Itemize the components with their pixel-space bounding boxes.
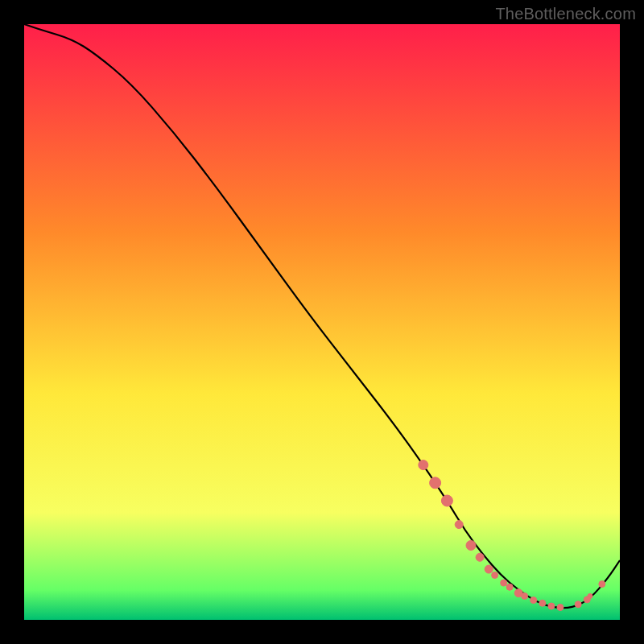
watermark-text: TheBottleneck.com xyxy=(495,5,636,23)
curve-marker xyxy=(522,592,528,599)
gradient-backdrop xyxy=(24,24,620,620)
curve-marker xyxy=(485,565,493,573)
curve-marker xyxy=(506,584,513,590)
curve-marker xyxy=(548,603,555,609)
curve-marker xyxy=(455,521,463,529)
curve-marker xyxy=(575,601,581,608)
curve-marker xyxy=(501,580,507,586)
curve-marker xyxy=(492,572,498,579)
curve-marker xyxy=(588,593,592,598)
chart-stage: TheBottleneck.com xyxy=(0,0,644,644)
bottleneck-chart xyxy=(0,0,644,644)
curve-marker xyxy=(441,495,452,506)
curve-marker xyxy=(539,600,546,606)
curve-marker xyxy=(476,553,484,561)
curve-marker xyxy=(599,581,605,588)
curve-marker xyxy=(419,460,428,470)
curve-marker xyxy=(430,477,441,489)
curve-marker xyxy=(557,604,564,610)
curve-marker xyxy=(530,597,537,604)
curve-marker xyxy=(466,541,476,551)
